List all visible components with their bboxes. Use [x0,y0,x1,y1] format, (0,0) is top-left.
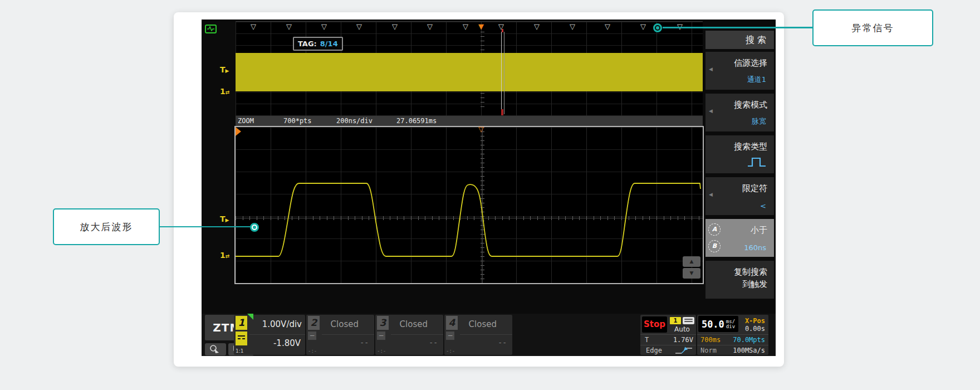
overview-channel1-marker[interactable]: 1⇄ [220,87,229,96]
brand-corner-icon [247,314,253,320]
cursor-bottom-tick [501,109,503,115]
channel2-badge: 2 [308,316,320,330]
zoom-timebase: 200ns/div [336,116,373,126]
channel1-scale: 1.00V/div [262,319,302,329]
trigger-level-value: 1.76V [673,336,693,344]
search-mark-icon: ▽ [463,23,468,30]
menu-item-qualifier[interactable]: ◀限定符< [705,177,774,215]
zoom-channel1-marker[interactable]: 1⇄ [220,251,229,260]
display-icon [683,317,694,324]
search-mark-icon: ▽ [640,23,646,30]
zoom-offset: 27.06591ms [396,116,437,126]
menu-item-source-select[interactable]: ◀信源选择通道1 [705,52,774,90]
bandwidth-limit-badge: − [377,332,385,340]
zoom-mode-label: ZOOM [238,116,254,126]
record-points: 70.0Mpts [733,336,765,344]
menu-item-search-mode[interactable]: ◀搜索模式脉宽 [705,94,774,131]
divider [322,334,374,335]
timebase-status[interactable]: 50.0 ms/div X-Pos 0.00s 700ms 70.0Mpts N… [697,315,768,355]
trigger-position-icon[interactable]: ▼ [478,23,484,30]
channel4-status[interactable]: 4−Closed---:- [444,315,512,355]
trigger-center-ticks [481,93,484,110]
channel-state: Closed [400,319,428,329]
menu-item-label: 搜索类型 [734,142,767,152]
trigger-status[interactable]: Stop 1 Auto T 1.76V Edge [640,315,696,355]
menu-item-value: 通道1 [747,75,766,85]
zoom-info-bar: ZOOM 700*pts 200ns/div 27.06591ms [236,116,703,126]
xpos-value: 0.00s [745,325,765,333]
menu-item-label: 到触发 [742,279,767,290]
channel1-status[interactable]: 1 1:1 1.00V/div -1.80V [234,315,305,355]
menu-title: 搜 索 [705,31,774,49]
trigger-center-ticks [481,32,484,53]
channel1-probe-ratio: 1:1 [236,348,243,354]
status-bar: ZTMI 1 1:1 [202,314,776,356]
scroll-down-button[interactable]: ▼ [683,268,700,279]
touch-circle-button[interactable] [205,343,226,355]
search-mark-icon: ▽ [570,23,575,30]
channel-probe-ratio: -:- [446,348,455,354]
divider [460,334,512,335]
rising-edge-icon [674,347,693,354]
menu-item-less-than[interactable]: AB小于160ns [705,219,774,257]
zoom-window: ▽ ▲ ▼ [234,126,704,284]
timebase-scale: 50.0 [702,319,724,330]
divider [640,345,696,345]
expand-left-icon: ◀ [709,108,713,114]
knob-a-icon: A [708,223,721,236]
divider [697,334,768,335]
scroll-up-button[interactable]: ▲ [683,256,700,267]
divider [391,334,443,335]
arrow-right-icon: ▶ [226,217,229,223]
channel-offset-placeholder: -- [429,338,438,347]
sample-rate: 100MSa/s [733,347,765,354]
zoom-callout-line [158,226,250,227]
channel3-status[interactable]: 3−Closed---:- [375,315,443,355]
zoom-trigger-level-marker[interactable]: T▶ [220,214,229,223]
channel-probe-ratio: -:- [308,348,317,354]
search-mark-icon: ▽ [427,23,433,30]
tag-value: 8/14 [320,40,338,48]
search-mark-icon: ▽ [534,23,540,30]
compressed-waveform-band [236,53,703,91]
menu-item-search-type[interactable]: 搜索类型 [705,135,774,173]
menu-item-label: 搜索模式 [734,100,767,110]
touch-gesture-icon [209,344,221,355]
search-event-cursor[interactable] [501,32,504,114]
overview-trigger-level-marker[interactable]: T▶ [220,65,229,74]
bandwidth-limit-badge: − [446,332,454,340]
oscilloscope-screen: T▶ 1⇄ T▶ 1⇄ ▽▽▽▽▽▽▽▽▽▽▽▽▽ ▼ TAG:8/14 [202,20,776,356]
acquire-mode: Norm [700,347,717,354]
trigger-source-badge: 1 [670,317,681,324]
waveform-trace [236,127,703,283]
trigger-level-label: T [645,336,649,344]
search-mark-icon: ▽ [251,23,256,30]
page: T▶ 1⇄ T▶ 1⇄ ▽▽▽▽▽▽▽▽▽▽▽▽▽ ▼ TAG:8/14 [0,0,980,390]
menu-item-value: < [760,202,766,210]
anomaly-target-circle [653,23,662,32]
record-time: 700ms [700,336,721,344]
overview-window: ▽▽▽▽▽▽▽▽▽▽▽▽▽ ▼ TAG:8/14 [236,21,703,116]
expand-left-icon: ◀ [709,66,713,72]
search-mark-icon: ▽ [321,23,327,30]
scope-display-icon [205,24,217,34]
xpos-label: X-Pos [745,317,765,325]
channel2-status[interactable]: 2−Closed---:- [306,315,374,355]
channel-offset-placeholder: -- [360,338,369,347]
timebase-scale-box: 50.0 ms/div [698,316,738,332]
divider [697,345,768,345]
channel1-badge: 1 [236,316,247,330]
search-mark-icon: ▽ [605,23,610,30]
trigger-type: Edge [646,347,662,354]
skew-arrow-icon: ⇄ [226,90,230,95]
timebase-unit-2: div [726,324,735,329]
search-mark-icon: ▽ [356,23,362,30]
channel-probe-ratio: -:- [377,348,386,354]
trigger-sweep-mode: Auto [670,325,694,333]
menu-item-label: 信源选择 [734,58,767,69]
menu-item-value: 160ns [744,243,766,252]
skew-arrow-icon: ⇄ [226,254,230,259]
menu-item-copy-to-trigger[interactable]: 复制搜索到触发 [705,261,774,299]
expand-left-icon: ◀ [709,192,713,197]
run-state-badge: Stop [642,316,667,333]
